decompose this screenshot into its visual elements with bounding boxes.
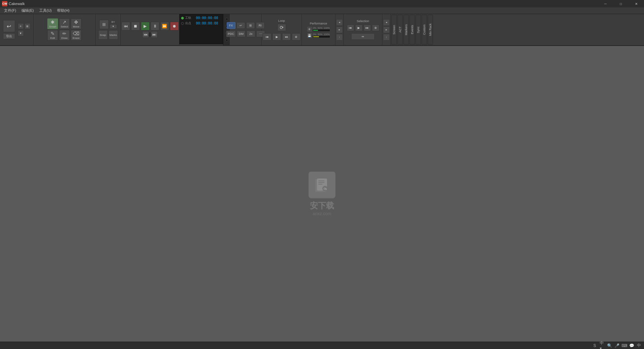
strip-btn-1[interactable]: ◄: [336, 19, 343, 26]
extra-btn-3[interactable]: ▼: [18, 30, 24, 36]
perf-bars-1: 0% 50% 100%: [313, 27, 330, 31]
marks-button[interactable]: Marks: [109, 30, 118, 40]
tab-events[interactable]: Events: [410, 15, 415, 45]
right-strip-btn-1[interactable]: ◄: [383, 19, 390, 26]
menu-tools[interactable]: 工具(U): [37, 7, 54, 14]
performance-title: Performance: [310, 22, 327, 25]
tab-sync[interactable]: Sync: [416, 15, 421, 45]
loop-play-button[interactable]: ▶: [272, 33, 281, 41]
fast-forward-button[interactable]: ⏩: [160, 22, 169, 31]
tab-screen[interactable]: Screen: [391, 15, 397, 45]
status-chat[interactable]: 💬: [629, 343, 634, 348]
status-lang[interactable]: 中▾: [600, 343, 604, 348]
output-dot: [181, 22, 184, 25]
fx-button[interactable]: FX: [227, 22, 235, 29]
title-bar: CW Cakewalk ─ □ ✕: [0, 0, 644, 7]
snap-by-btn[interactable]: ▼: [110, 24, 117, 29]
watermark-icon: 🛍: [309, 172, 335, 198]
undo-fx-button[interactable]: ↩: [236, 22, 245, 29]
tool-move[interactable]: ✥ Move: [71, 18, 82, 29]
loop-title: Loop: [278, 19, 285, 22]
export-button[interactable]: 导出: [3, 33, 15, 39]
sel-expand-btn[interactable]: ⇔: [351, 33, 375, 40]
dm-button[interactable]: DM: [237, 31, 246, 37]
status-keyboard[interactable]: ⌨: [622, 343, 627, 348]
tab-mix-rack[interactable]: Mix Rack: [428, 15, 433, 45]
right-strip-btn-2[interactable]: ►: [383, 26, 390, 33]
tool-edit-label: Edit: [50, 37, 55, 40]
app-icon: CW: [2, 1, 7, 6]
pdc-button[interactable]: PDC: [226, 31, 236, 37]
extra-btn-2[interactable]: ⊞: [24, 23, 31, 29]
undo-button[interactable]: ↩: [3, 20, 15, 32]
stop-button[interactable]: ⏹: [131, 22, 140, 31]
snap-button[interactable]: Snap: [98, 30, 108, 40]
tool-smart[interactable]: ✱ Smart: [47, 18, 58, 29]
watermark-brand: 安下载: [310, 200, 334, 211]
status-s[interactable]: S: [592, 343, 597, 348]
status-mic[interactable]: 🎤: [614, 343, 619, 348]
tab-custom[interactable]: Custom: [422, 15, 427, 45]
loop-add-button[interactable]: ⊕: [292, 33, 301, 41]
perf-bar-fill-2: [313, 36, 319, 37]
menu-file[interactable]: 文件(F): [1, 7, 19, 14]
tool-select[interactable]: ↗ Select: [59, 18, 70, 29]
sel-add-button[interactable]: ⊕: [372, 24, 379, 31]
tools-section: ✱ Smart ↗ Select ✥ Move ✎ Edit ✏ Draw ⌫: [34, 14, 96, 45]
status-search[interactable]: 🔍: [607, 343, 612, 348]
loop-next-button[interactable]: ⏭: [282, 33, 291, 41]
minimize-button[interactable]: ─: [598, 0, 613, 7]
app-title: Cakewalk: [9, 2, 25, 6]
strip-btn-3[interactable]: ↕: [336, 34, 343, 41]
snap-grid-button[interactable]: ⊞: [99, 20, 109, 29]
extra-btn-1[interactable]: ≡: [18, 23, 24, 29]
sel-play-button[interactable]: ▶: [355, 24, 363, 31]
sel-next-button[interactable]: ⏭: [364, 24, 371, 31]
perf-bars-2: 0% 50% 100%: [313, 33, 330, 38]
position-display: 工轨 00:00:00:00 出点 00:00:00:00: [179, 14, 223, 44]
strip-btn-2[interactable]: ►: [336, 26, 343, 33]
perf-bar-2: [313, 36, 330, 38]
fx-pdc-section: FX ↩ ⊞ RI PDC DM 2x ⋯: [230, 14, 262, 45]
tab-markers[interactable]: Markers: [404, 15, 409, 45]
2x-button[interactable]: 2x: [247, 31, 255, 37]
right-strip-btn-3[interactable]: ↕: [383, 34, 390, 41]
loop-active-button[interactable]: ⟳: [277, 24, 286, 31]
pause-button[interactable]: ⏸: [151, 22, 159, 31]
sel-prev-button[interactable]: ⏮: [347, 24, 354, 31]
status-lang-icon: 中▾: [600, 343, 604, 348]
grid-fx-button[interactable]: ⊞: [246, 22, 255, 29]
loop-prev-button[interactable]: ⏮: [263, 33, 271, 41]
perf-label2-0: 0%: [313, 33, 316, 36]
tool-edit[interactable]: ✎ Edit: [47, 30, 58, 41]
go-to-end-small[interactable]: ⏭: [151, 31, 158, 38]
tool-draw-label: Draw: [61, 37, 68, 40]
play-button[interactable]: ▶: [141, 22, 150, 31]
performance-section: Performance 🖥 0% 50% 100% 💾: [302, 14, 335, 45]
svg-rect-2: [318, 181, 324, 181]
selection-section: Selection ⏮ ▶ ⏭ ⊕ ⇔: [344, 14, 382, 45]
tool-erase[interactable]: ⌫ Erase: [71, 30, 82, 41]
indicator-1: [225, 18, 228, 20]
close-button[interactable]: ✕: [629, 0, 644, 7]
svg-rect-3: [318, 182, 324, 183]
go-to-start-button[interactable]: ⏮: [121, 22, 130, 31]
perf-bar-1: [313, 30, 330, 31]
perf-label-100: 100%: [324, 27, 330, 29]
indicators-column: [223, 14, 230, 45]
menu-edit[interactable]: 编辑(E): [19, 7, 37, 14]
position-slider-track: [150, 33, 150, 37]
status-s-icon: S: [592, 343, 597, 348]
go-to-start-small[interactable]: ⏮: [142, 31, 149, 38]
main-content: 🛍 安下载 anxz.com: [0, 46, 644, 342]
tool-draw[interactable]: ✏ Draw: [59, 30, 70, 41]
status-zh[interactable]: 中: [637, 343, 641, 348]
maximize-button[interactable]: □: [613, 0, 629, 7]
perf-icon-1: 🖥: [307, 27, 312, 32]
record-button[interactable]: ⏺: [170, 22, 179, 31]
menu-help[interactable]: 帮助(H): [54, 7, 72, 14]
track-label: 工轨: [185, 16, 195, 20]
undo-export-section: ↩ 导出 ≡ ⊞ ▼: [0, 14, 34, 45]
tab-act[interactable]: ACT: [397, 15, 403, 45]
svg-text:🛍: 🛍: [324, 187, 327, 191]
